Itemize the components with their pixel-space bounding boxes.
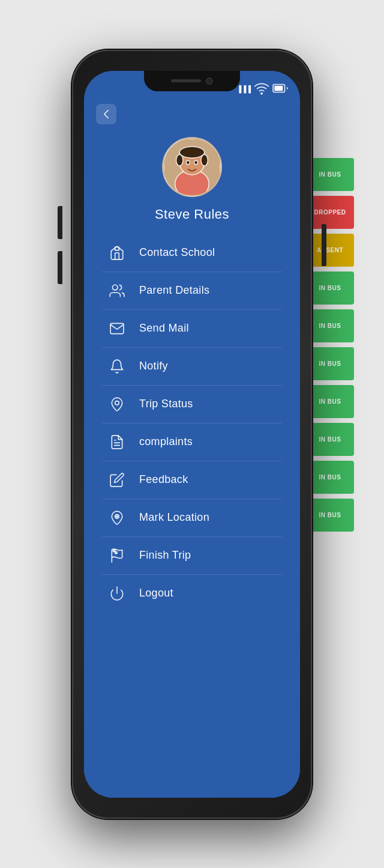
- power-icon: [108, 586, 126, 601]
- logout-label: Logout: [139, 587, 173, 599]
- status-badge-10: IN BUS: [306, 499, 354, 532]
- menu-item-feedback[interactable]: Feedback: [102, 461, 282, 499]
- send-mail-label: Send Mail: [139, 322, 189, 335]
- volume-down-button[interactable]: [58, 251, 62, 284]
- flag-icon: [108, 548, 126, 563]
- front-camera: [206, 77, 213, 85]
- svg-point-6: [179, 147, 204, 158]
- screen-content: Steve Rules Contact School: [84, 101, 300, 798]
- menu-item-finish-trip[interactable]: Finish Trip: [102, 537, 282, 575]
- complaints-label: complaints: [139, 436, 193, 448]
- menu-item-contact-school[interactable]: Contact School: [102, 234, 282, 272]
- status-badge-9: IN BUS: [306, 461, 354, 494]
- location-icon: [108, 510, 126, 526]
- status-badge-3: ABSENT: [306, 234, 354, 267]
- phone-screen: ▐▐▐: [84, 71, 300, 798]
- status-badge-6: IN BUS: [306, 347, 354, 380]
- svg-point-9: [187, 160, 190, 165]
- wifi-icon: [254, 80, 269, 97]
- menu-list: Contact School Parent Details: [84, 234, 300, 798]
- status-badge-4: IN BUS: [306, 272, 354, 305]
- school-icon: [108, 245, 126, 261]
- trip-status-label: Trip Status: [139, 398, 193, 410]
- status-badge-1: IN BUS: [306, 158, 354, 191]
- svg-point-0: [261, 93, 262, 94]
- signal-icon: ▐▐▐: [237, 85, 251, 93]
- phone-wrapper: IN BUS DROPPED ABSENT IN BUS IN BUS IN B…: [66, 38, 318, 831]
- feedback-icon: [108, 472, 126, 488]
- notify-label: Notify: [139, 360, 168, 372]
- complaints-icon: [108, 434, 126, 450]
- menu-item-logout[interactable]: Logout: [102, 575, 282, 612]
- menu-item-parent-details[interactable]: Parent Details: [102, 272, 282, 310]
- user-name: Steve Rules: [155, 207, 229, 222]
- battery-icon: [272, 80, 288, 97]
- status-panel: IN BUS DROPPED ABSENT IN BUS IN BUS IN B…: [306, 158, 354, 536]
- notch: [144, 71, 240, 91]
- parents-icon: [108, 283, 126, 299]
- svg-rect-20: [115, 551, 117, 553]
- menu-item-send-mail[interactable]: Send Mail: [102, 310, 282, 348]
- bell-icon: [108, 359, 126, 374]
- profile-section: Steve Rules: [84, 101, 300, 234]
- svg-point-13: [115, 401, 119, 405]
- avatar-image: [164, 139, 220, 195]
- power-button[interactable]: [322, 224, 326, 266]
- contact-school-label: Contact School: [139, 246, 215, 259]
- svg-point-10: [194, 160, 198, 165]
- menu-item-complaints[interactable]: complaints: [102, 423, 282, 461]
- menu-item-notify[interactable]: Notify: [102, 348, 282, 386]
- trip-status-icon: [108, 396, 126, 412]
- mail-icon: [108, 321, 126, 336]
- parent-details-label: Parent Details: [139, 284, 209, 297]
- feedback-label: Feedback: [139, 473, 188, 486]
- avatar: [162, 137, 222, 197]
- status-badge-5: IN BUS: [306, 309, 354, 342]
- back-button[interactable]: [96, 104, 116, 124]
- svg-rect-11: [115, 247, 119, 250]
- svg-point-8: [201, 154, 208, 166]
- menu-item-mark-location[interactable]: Mark Location: [102, 499, 282, 537]
- mark-location-label: Mark Location: [139, 511, 209, 524]
- svg-point-17: [116, 515, 118, 517]
- finish-trip-label: Finish Trip: [139, 549, 191, 562]
- phone-shell: ▐▐▐: [72, 50, 312, 819]
- status-icons: ▐▐▐: [237, 80, 288, 97]
- status-badge-8: IN BUS: [306, 423, 354, 456]
- status-badge-7: IN BUS: [306, 385, 354, 418]
- speaker: [171, 79, 201, 82]
- svg-rect-2: [274, 85, 283, 91]
- svg-point-7: [176, 154, 183, 166]
- status-badge-2: DROPPED: [306, 196, 354, 229]
- volume-up-button[interactable]: [58, 206, 62, 239]
- menu-item-trip-status[interactable]: Trip Status: [102, 386, 282, 423]
- svg-point-12: [112, 285, 118, 290]
